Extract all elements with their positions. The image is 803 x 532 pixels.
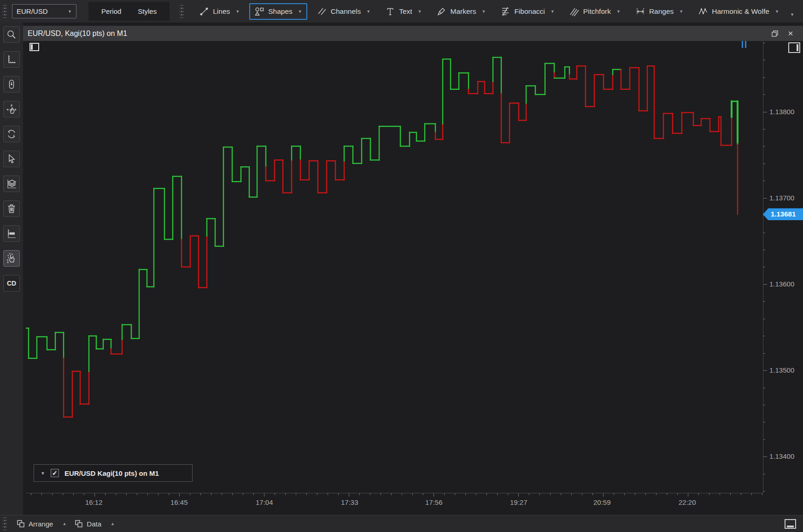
tool-text[interactable]: Text ▼ xyxy=(380,3,427,20)
time-axis-label: 17:33 xyxy=(341,498,358,506)
text-icon xyxy=(385,6,395,17)
legend-chevron-down-icon[interactable]: ▼ xyxy=(41,471,45,476)
panel-toggle-icon[interactable] xyxy=(788,42,801,54)
trash-icon xyxy=(6,203,17,214)
arrange-button[interactable]: Arrange ▲ xyxy=(17,520,66,528)
price-axis-label: 1.13800 xyxy=(769,108,794,116)
shapes-icon xyxy=(254,6,264,17)
time-axis-label: 17:04 xyxy=(256,498,273,506)
arrange-icon xyxy=(17,520,25,528)
delete-tool-button[interactable] xyxy=(3,200,20,217)
refresh-icon xyxy=(6,129,17,140)
chevron-down-icon[interactable]: ▼ xyxy=(551,9,555,14)
pan-hand-icon xyxy=(6,104,17,115)
search-icon xyxy=(6,29,17,40)
styles-button[interactable]: Styles xyxy=(129,4,165,19)
time-axis-label: 19:27 xyxy=(510,498,528,506)
mouse-icon xyxy=(6,79,17,90)
mouse-wheel-tool-button[interactable] xyxy=(3,76,20,93)
close-icon[interactable]: ✕ xyxy=(786,29,795,38)
left-toolbar: 1 CD xyxy=(0,23,23,515)
axes-tool-button[interactable] xyxy=(3,51,20,68)
time-axis-label: 17:56 xyxy=(425,498,443,506)
harmonic-wolfe-icon xyxy=(698,6,708,17)
legend-label: EUR/USD Kagi(10 pts) on M1 xyxy=(64,469,159,477)
cursor-arrow-icon xyxy=(6,153,17,164)
axis-marker-icon xyxy=(6,228,17,239)
chart-title: EUR/USD, Kagi(10 pts) on M1 xyxy=(28,29,127,38)
bottom-toolbar: Arrange ▲ Data ▲ xyxy=(0,515,803,532)
chart-watermark-icon xyxy=(29,43,39,51)
chevron-down-icon[interactable]: ▼ xyxy=(679,9,683,14)
data-button[interactable]: Data ▲ xyxy=(75,520,115,528)
top-toolbar: EUR/USD ▼ Period Styles Lines ▼ Shapes ▼… xyxy=(0,0,803,23)
svg-text:1: 1 xyxy=(6,259,9,264)
toolbar-overflow-chevron-icon[interactable]: ▾ xyxy=(791,12,794,18)
legend-checkbox[interactable]: ✓ xyxy=(51,469,59,477)
kagi-series xyxy=(26,41,763,493)
touch-select-tool-button[interactable]: 1 xyxy=(3,250,20,267)
chart-plot-area[interactable]: ▼ ✓ EUR/USD Kagi(10 pts) on M1 xyxy=(26,41,763,493)
fibonacci-icon xyxy=(500,6,510,17)
tool-fibonacci[interactable]: Fibonacci ▼ xyxy=(495,3,559,20)
period-styles-panel: Period Styles xyxy=(88,2,170,21)
time-axis-label: 22:20 xyxy=(679,498,696,506)
chevron-down-icon[interactable]: ▼ xyxy=(775,9,779,14)
tool-lines[interactable]: Lines ▼ xyxy=(194,3,245,20)
tool-pitchfork[interactable]: Pitchfork ▼ xyxy=(564,3,626,20)
lines-icon xyxy=(199,6,209,17)
data-panel-icon xyxy=(75,520,83,528)
chevron-down-icon[interactable]: ▼ xyxy=(616,9,621,14)
charting-app: EUR/USD ▼ Period Styles Lines ▼ Shapes ▼… xyxy=(0,0,803,532)
pitchfork-icon xyxy=(569,6,580,17)
tool-markers[interactable]: Markers ▼ xyxy=(431,3,491,20)
series-legend[interactable]: ▼ ✓ EUR/USD Kagi(10 pts) on M1 xyxy=(34,464,193,482)
pan-tool-button[interactable] xyxy=(3,101,20,117)
price-axis-label: 1.13400 xyxy=(769,452,794,461)
layers-icon xyxy=(6,178,17,189)
channels-icon xyxy=(317,6,327,17)
symbol-select[interactable]: EUR/USD ▼ xyxy=(12,4,76,18)
chevron-down-icon[interactable]: ▼ xyxy=(298,9,302,14)
bottombar-drag-handle[interactable] xyxy=(3,517,7,530)
check-icon: ✓ xyxy=(52,469,58,477)
chevron-down-icon[interactable]: ▼ xyxy=(418,9,422,14)
restore-window-icon[interactable] xyxy=(771,29,779,38)
time-axis[interactable]: 16:12 16:45 17:04 17:33 17:56 19:27 20:5… xyxy=(26,493,763,515)
tool-shapes[interactable]: Shapes ▼ xyxy=(249,3,307,20)
chevron-down-icon[interactable]: ▼ xyxy=(366,9,370,14)
tool-ranges[interactable]: Ranges ▼ xyxy=(630,3,688,20)
chevron-down-icon[interactable]: ▼ xyxy=(481,9,486,14)
symbol-select-value: EUR/USD xyxy=(17,7,68,15)
pause-indicator-icon[interactable] xyxy=(742,41,746,48)
last-price-badge: 1.13681 xyxy=(763,208,803,220)
toolbar-drag-handle[interactable] xyxy=(3,5,7,18)
price-axis-label: 1.13500 xyxy=(769,366,794,374)
chevron-down-icon[interactable]: ▼ xyxy=(235,9,240,14)
markers-icon xyxy=(436,6,446,17)
cd-tool-button[interactable]: CD xyxy=(3,275,20,292)
chart-axes-icon xyxy=(6,54,17,65)
price-axis-label: 1.13600 xyxy=(769,280,794,288)
layers-tool-button[interactable] xyxy=(3,175,20,192)
cursor-tool-button[interactable] xyxy=(3,151,20,167)
chart-titlebar: EUR/USD, Kagi(10 pts) on M1 ✕ xyxy=(23,26,803,41)
time-axis-label: 16:12 xyxy=(85,498,103,506)
refresh-tool-button[interactable] xyxy=(3,126,20,142)
tool-channels[interactable]: Channels ▼ xyxy=(312,3,375,20)
ranges-icon xyxy=(635,6,645,17)
chevron-up-icon[interactable]: ▲ xyxy=(111,521,115,526)
tool-harmonic-wolfe[interactable]: Harmonic & Wolfe ▼ xyxy=(693,3,784,20)
price-axis-label: 1.13700 xyxy=(769,194,794,202)
period-button[interactable]: Period xyxy=(93,4,129,19)
zoom-tool-button[interactable] xyxy=(3,26,20,43)
one-finger-touch-icon: 1 xyxy=(6,252,18,264)
chevron-down-icon: ▼ xyxy=(68,9,72,14)
toolbar-drag-handle-2[interactable] xyxy=(180,5,184,18)
annotation-tool-button[interactable] xyxy=(3,225,20,242)
price-axis[interactable]: 1.13800 1.13700 1.13600 1.13500 1.13400 … xyxy=(763,41,803,493)
drawing-tools: Lines ▼ Shapes ▼ Channels ▼ Text ▼ Marke… xyxy=(192,3,786,20)
chevron-up-icon[interactable]: ▲ xyxy=(62,521,66,526)
dock-bottom-icon[interactable] xyxy=(784,519,797,529)
cd-label: CD xyxy=(7,280,16,287)
